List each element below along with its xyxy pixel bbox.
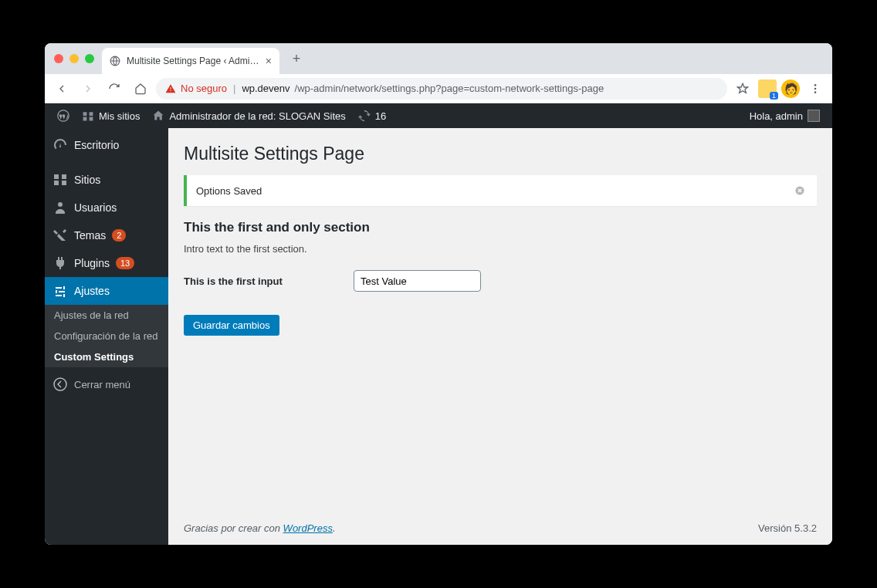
updates-count: 16 bbox=[375, 110, 386, 122]
network-admin-link[interactable]: Administrador de la red: SLOGAN Sites bbox=[146, 103, 351, 128]
settings-icon bbox=[52, 283, 68, 299]
settings-submenu: Ajustes de la red Configuración de la re… bbox=[45, 305, 168, 367]
section-intro: Intro text to the first section. bbox=[184, 243, 817, 255]
browser-window: Multisite Settings Page ‹ Adminis × + No… bbox=[45, 43, 832, 545]
url-path: /wp-admin/network/settings.php?page=cust… bbox=[295, 83, 604, 94]
footer-version: Versión 5.3.2 bbox=[758, 522, 817, 534]
sites-icon bbox=[52, 172, 68, 188]
greeting-label: Hola, admin bbox=[750, 110, 803, 122]
extension-icon[interactable]: 1 bbox=[758, 79, 777, 98]
account-link[interactable]: Hola, admin bbox=[743, 103, 826, 128]
first-input[interactable] bbox=[354, 270, 481, 292]
tab-bar: Multisite Settings Page ‹ Adminis × + bbox=[45, 43, 832, 74]
sidebar-item-label: Ajustes bbox=[74, 285, 110, 297]
sidebar-item-usuarios[interactable]: Usuarios bbox=[45, 194, 168, 221]
collapse-menu-button[interactable]: Cerrar menú bbox=[45, 370, 168, 398]
collapse-icon bbox=[52, 377, 68, 392]
close-icon bbox=[794, 185, 805, 196]
my-sites-link[interactable]: Mis sitios bbox=[76, 103, 146, 128]
warning-icon bbox=[165, 83, 176, 94]
address-bar: No seguro | wp.devenv/wp-admin/network/s… bbox=[45, 74, 832, 103]
svg-point-6 bbox=[54, 378, 66, 390]
wordpress-link[interactable]: WordPress bbox=[283, 522, 333, 534]
footer-thanks: Gracias por crear con WordPress. bbox=[184, 522, 336, 534]
notice-text: Options Saved bbox=[196, 185, 262, 197]
update-badge: 13 bbox=[116, 257, 134, 269]
user-avatar-icon bbox=[808, 110, 820, 122]
collapse-label: Cerrar menú bbox=[74, 379, 130, 390]
users-icon bbox=[52, 200, 68, 215]
extension-badge: 1 bbox=[770, 92, 778, 100]
refresh-icon bbox=[358, 110, 371, 122]
sidebar-item-ajustes[interactable]: Ajustes bbox=[45, 277, 168, 305]
sidebar-item-label: Temas bbox=[74, 229, 106, 242]
update-badge: 2 bbox=[112, 229, 126, 242]
url-separator: | bbox=[233, 83, 235, 94]
sidebar-item-label: Plugins bbox=[74, 257, 110, 269]
content-area: Multisite Settings Page Options Saved Th… bbox=[168, 128, 832, 545]
sidebar-item-sitios[interactable]: Sitios bbox=[45, 166, 168, 194]
sidebar-item-label: Sitios bbox=[74, 174, 100, 186]
close-window-icon[interactable] bbox=[54, 54, 63, 63]
wp-body: Escritorio Sitios Usuarios Temas 2 Plugi… bbox=[45, 128, 832, 545]
security-label: No seguro bbox=[181, 83, 227, 94]
bookmark-button[interactable] bbox=[732, 78, 753, 100]
svg-point-3 bbox=[814, 91, 817, 93]
updates-link[interactable]: 16 bbox=[352, 103, 392, 128]
close-tab-icon[interactable]: × bbox=[266, 55, 272, 67]
minimize-window-icon[interactable] bbox=[69, 54, 79, 63]
home-button[interactable] bbox=[130, 78, 151, 100]
sidebar-item-plugins[interactable]: Plugins 13 bbox=[45, 249, 168, 277]
svg-point-2 bbox=[814, 87, 817, 90]
sidebar-item-label: Usuarios bbox=[74, 201, 117, 214]
home-icon bbox=[152, 110, 164, 122]
dismiss-notice-button[interactable] bbox=[792, 183, 808, 198]
form-row: This is the first input bbox=[184, 270, 817, 292]
url-field[interactable]: No seguro | wp.devenv/wp-admin/network/s… bbox=[156, 78, 727, 100]
svg-point-5 bbox=[58, 202, 63, 207]
browser-tab[interactable]: Multisite Settings Page ‹ Adminis × bbox=[102, 48, 279, 74]
sidebar-item-temas[interactable]: Temas 2 bbox=[45, 221, 168, 249]
dashboard-icon bbox=[52, 137, 68, 153]
wp-logo[interactable] bbox=[51, 103, 76, 128]
sidebar-item-label: Escritorio bbox=[74, 139, 119, 151]
reload-button[interactable] bbox=[103, 78, 125, 100]
sites-icon bbox=[82, 110, 94, 122]
wordpress-icon bbox=[57, 110, 69, 122]
submenu-item-ajustes-red[interactable]: Ajustes de la red bbox=[45, 305, 168, 326]
save-button[interactable]: Guardar cambios bbox=[184, 315, 279, 336]
admin-sidebar: Escritorio Sitios Usuarios Temas 2 Plugi… bbox=[45, 128, 168, 545]
new-tab-button[interactable]: + bbox=[286, 48, 307, 69]
tab-title: Multisite Settings Page ‹ Adminis bbox=[127, 56, 259, 66]
back-button[interactable] bbox=[51, 78, 73, 100]
success-notice: Options Saved bbox=[184, 175, 817, 206]
window-controls[interactable] bbox=[54, 54, 94, 63]
field-label: This is the first input bbox=[184, 275, 354, 287]
svg-point-1 bbox=[814, 84, 817, 86]
my-sites-label: Mis sitios bbox=[99, 110, 140, 122]
admin-footer: Gracias por crear con WordPress. Versión… bbox=[168, 512, 832, 545]
wp-admin-bar: Mis sitios Administrador de la red: SLOG… bbox=[45, 103, 832, 128]
plugins-icon bbox=[52, 255, 68, 271]
page-title: Multisite Settings Page bbox=[184, 144, 817, 164]
network-admin-label: Administrador de la red: SLOGAN Sites bbox=[169, 110, 345, 122]
browser-menu-button[interactable] bbox=[804, 78, 826, 100]
url-host: wp.devenv bbox=[242, 83, 290, 94]
submenu-item-custom-settings[interactable]: Custom Settings bbox=[45, 346, 168, 367]
sidebar-item-escritorio[interactable]: Escritorio bbox=[45, 128, 168, 162]
section-title: This the first and only section bbox=[184, 220, 817, 235]
maximize-window-icon[interactable] bbox=[85, 54, 94, 63]
submenu-item-config-red[interactable]: Configuración de la red bbox=[45, 326, 168, 346]
globe-icon bbox=[110, 56, 120, 66]
forward-button[interactable] bbox=[77, 78, 99, 100]
profile-avatar-icon[interactable]: 🧑 bbox=[781, 79, 800, 98]
themes-icon bbox=[52, 228, 68, 243]
